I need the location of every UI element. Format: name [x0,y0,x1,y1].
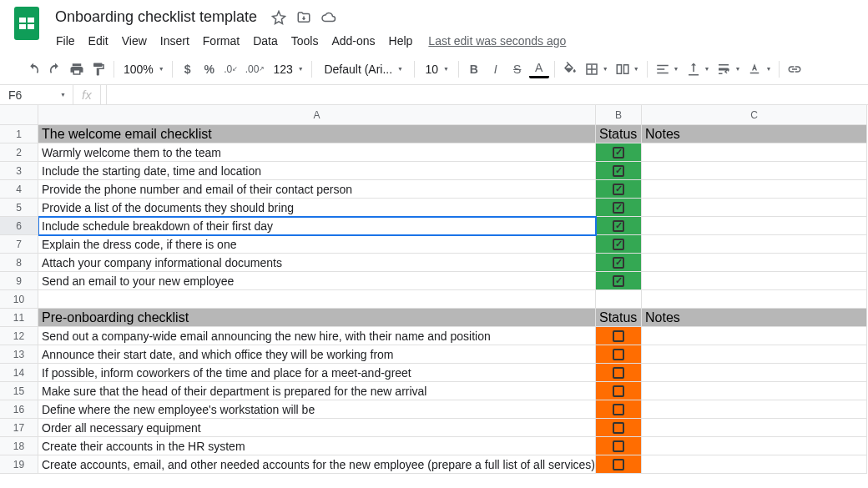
insert-link-button[interactable] [785,58,805,80]
task-cell[interactable]: Define where the new employee's workstat… [38,400,596,419]
doc-title[interactable]: Onboarding checklist template [50,7,262,28]
menu-file[interactable]: File [50,31,81,51]
checkbox-icon[interactable] [613,367,624,379]
notes-cell[interactable] [642,382,867,400]
row-header[interactable]: 4 [0,180,38,199]
row-header[interactable]: 17 [0,419,38,437]
empty-cell[interactable] [596,290,642,309]
merge-cells-button[interactable] [613,58,642,80]
status-cell[interactable] [596,199,642,217]
status-cell[interactable] [596,345,642,364]
checkbox-icon[interactable] [613,459,624,470]
menu-addons[interactable]: Add-ons [326,31,381,51]
menu-format[interactable]: Format [197,31,245,51]
status-header-cell[interactable]: Status [596,309,642,327]
empty-cell[interactable] [642,290,867,309]
formula-input[interactable] [107,85,868,104]
notes-cell[interactable] [642,254,867,272]
task-cell[interactable]: Send an email to your new employee [38,272,596,290]
notes-header-cell[interactable]: Notes [642,125,867,143]
status-cell[interactable] [596,364,642,382]
font-select[interactable]: Default (Ari... [317,58,409,80]
status-cell[interactable] [596,400,642,419]
notes-cell[interactable] [642,143,867,162]
percent-button[interactable]: % [199,58,220,80]
row-header[interactable]: 15 [0,382,38,400]
row-header[interactable]: 18 [0,437,38,455]
task-cell[interactable]: Create accounts, email, and other needed… [38,455,596,474]
paint-format-button[interactable] [88,58,108,80]
status-cell[interactable] [596,180,642,199]
undo-button[interactable] [23,58,43,80]
status-cell[interactable] [596,143,642,162]
menu-view[interactable]: View [116,31,153,51]
fill-color-button[interactable] [560,58,580,80]
text-wrap-button[interactable] [714,58,743,80]
move-folder-icon[interactable] [295,9,312,26]
task-cell[interactable]: Explain the dress code, if there is one [38,235,596,254]
redo-button[interactable] [45,58,65,80]
col-header-a[interactable]: A [38,105,596,125]
row-header[interactable]: 13 [0,345,38,364]
menu-help[interactable]: Help [383,31,419,51]
row-header[interactable]: 11 [0,309,38,327]
task-cell[interactable]: Provide a list of the documents they sho… [38,199,596,217]
notes-cell[interactable] [642,437,867,455]
notes-cell[interactable] [642,400,867,419]
row-header[interactable]: 9 [0,272,38,290]
horizontal-align-button[interactable] [653,58,682,80]
section-title-cell[interactable]: Pre-onboarding checklist [38,309,596,327]
italic-button[interactable]: I [486,58,506,80]
row-header[interactable]: 8 [0,254,38,272]
vertical-align-button[interactable] [684,58,713,80]
task-cell[interactable]: Include the starting date, time and loca… [38,162,596,180]
decimal-increase-button[interactable]: .00↗ [243,58,268,80]
section-title-cell[interactable]: The welcome email checklist [38,125,596,143]
decimal-decrease-button[interactable]: .0↙ [221,58,241,80]
checkbox-icon[interactable] [613,239,624,250]
checkbox-icon[interactable] [613,422,624,434]
notes-header-cell[interactable]: Notes [642,309,867,327]
status-cell[interactable] [596,217,642,235]
currency-button[interactable]: $ [178,58,198,80]
status-cell[interactable] [596,272,642,290]
row-header[interactable]: 19 [0,455,38,474]
task-cell[interactable]: Include schedule breakdown of their firs… [38,217,596,235]
notes-cell[interactable] [642,162,867,180]
col-header-c[interactable]: C [642,105,867,125]
status-header-cell[interactable]: Status [596,125,642,143]
row-header[interactable]: 1 [0,125,38,143]
notes-cell[interactable] [642,419,867,437]
checkbox-icon[interactable] [613,385,624,397]
cloud-status-icon[interactable] [320,9,337,26]
row-header[interactable]: 10 [0,290,38,309]
row-header[interactable]: 12 [0,327,38,345]
notes-cell[interactable] [642,217,867,235]
row-header[interactable]: 3 [0,162,38,180]
menu-data[interactable]: Data [247,31,284,51]
notes-cell[interactable] [642,327,867,345]
text-rotation-button[interactable] [744,58,774,80]
notes-cell[interactable] [642,199,867,217]
checkbox-icon[interactable] [613,202,624,214]
task-cell[interactable]: Announce their start date, and which off… [38,345,596,364]
select-all-corner[interactable] [0,105,38,125]
sheets-logo[interactable] [10,7,43,40]
font-size-select[interactable]: 10 [420,58,453,80]
notes-cell[interactable] [642,272,867,290]
print-button[interactable] [67,58,87,80]
star-icon[interactable] [270,9,287,26]
checkbox-icon[interactable] [613,257,624,269]
task-cell[interactable]: If possible, inform coworkers of the tim… [38,364,596,382]
strikethrough-button[interactable]: S [507,58,527,80]
notes-cell[interactable] [642,364,867,382]
task-cell[interactable]: Create their accounts in the HR system [38,437,596,455]
task-cell[interactable]: Provide the phone number and email of th… [38,180,596,199]
notes-cell[interactable] [642,180,867,199]
checkbox-icon[interactable] [613,275,624,287]
row-header[interactable]: 7 [0,235,38,254]
task-cell[interactable]: Warmly welcome them to the team [38,143,596,162]
task-cell[interactable]: Make sure that the head of their departm… [38,382,596,400]
checkbox-icon[interactable] [613,440,624,452]
row-header[interactable]: 5 [0,199,38,217]
